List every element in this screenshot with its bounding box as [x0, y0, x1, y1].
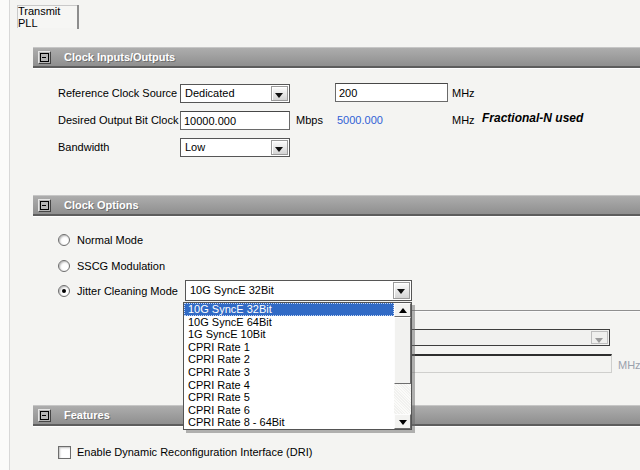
collapse-icon[interactable]: [38, 51, 51, 64]
scroll-down-icon[interactable]: [394, 414, 411, 429]
section-title: Clock Inputs/Outputs: [64, 51, 175, 63]
tab-label: Transmit PLL: [18, 5, 77, 29]
scrollbar-thumb[interactable]: [394, 317, 411, 384]
transmit-pll-panel: Transmit PLL Clock Inputs/Outputs Refere…: [0, 0, 640, 470]
dropdown-option[interactable]: CPRI Rate 5: [184, 391, 394, 404]
radio-sscg-modulation-label[interactable]: SSCG Modulation: [77, 260, 165, 273]
radio-normal-mode-label[interactable]: Normal Mode: [77, 234, 143, 247]
fractional-n-note: Fractional-N used: [482, 112, 583, 125]
dropdown-option[interactable]: 10G SyncE 64Bit: [184, 316, 394, 329]
bandwidth-select[interactable]: Low: [180, 138, 290, 157]
output-bit-clock-unit-label: Mbps: [296, 114, 323, 127]
section-header-clock-io: Clock Inputs/Outputs: [33, 47, 640, 68]
section-title: Clock Options: [64, 199, 139, 211]
panel-left-border: [9, 0, 10, 470]
output-bit-clock-input[interactable]: [180, 111, 290, 130]
disabled-frequency-unit-label: MHz: [618, 359, 640, 372]
dri-checkbox-label[interactable]: Enable Dynamic Reconfiguration Interface…: [77, 446, 312, 459]
reference-clock-unit-label: MHz: [452, 87, 475, 100]
computed-output-frequency-value: 5000.000: [337, 114, 383, 127]
dropdown-option[interactable]: CPRI Rate 2: [184, 353, 394, 366]
dropdown-option[interactable]: CPRI Rate 1: [184, 341, 394, 354]
dri-checkbox[interactable]: [58, 446, 71, 459]
scroll-up-icon[interactable]: [394, 303, 411, 317]
dropdown-option[interactable]: 10G SyncE 32Bit: [184, 303, 394, 316]
dropdown-scrollbar[interactable]: [394, 303, 411, 429]
jitter-dropdown-options: 10G SyncE 32Bit10G SyncE 64Bit1G SyncE 1…: [184, 303, 394, 429]
section-header-clock-options: Clock Options: [33, 195, 640, 216]
collapse-icon[interactable]: [38, 199, 51, 212]
radio-jitter-cleaning-mode[interactable]: [58, 285, 70, 297]
jitter-cleaning-mode-select[interactable]: 10G SyncE 32Bit: [185, 280, 412, 301]
bandwidth-label: Bandwidth: [58, 141, 109, 154]
jitter-cleaning-mode-value: 10G SyncE 32Bit: [190, 284, 274, 296]
reference-clock-source-label: Reference Clock Source: [58, 87, 177, 100]
bandwidth-value: Low: [185, 141, 205, 153]
radio-normal-mode[interactable]: [58, 234, 70, 246]
chevron-down-icon: [591, 331, 608, 344]
dropdown-option[interactable]: 1G SyncE 10Bit: [184, 328, 394, 341]
dropdown-option[interactable]: CPRI Rate 8 - 64Bit: [184, 416, 394, 429]
tab-divider: [77, 5, 79, 29]
computed-output-frequency-unit-label: MHz: [452, 114, 475, 127]
radio-sscg-modulation[interactable]: [58, 260, 70, 272]
jitter-dropdown-list: 10G SyncE 32Bit10G SyncE 64Bit1G SyncE 1…: [183, 302, 412, 430]
dropdown-option[interactable]: CPRI Rate 3: [184, 366, 394, 379]
dropdown-option[interactable]: CPRI Rate 4: [184, 379, 394, 392]
dropdown-option[interactable]: CPRI Rate 6: [184, 404, 394, 417]
reference-clock-frequency-input[interactable]: [335, 83, 448, 102]
reference-clock-source-select[interactable]: Dedicated: [180, 84, 290, 103]
collapse-icon[interactable]: [38, 409, 51, 422]
radio-jitter-cleaning-mode-label[interactable]: Jitter Cleaning Mode: [77, 285, 178, 298]
panel-left-margin: [0, 0, 9, 470]
output-bit-clock-label: Desired Output Bit Clock: [58, 114, 178, 127]
chevron-down-icon[interactable]: [271, 140, 288, 155]
tab-transmit-pll[interactable]: Transmit PLL: [17, 5, 77, 28]
chevron-down-icon[interactable]: [271, 86, 288, 101]
section-title: Features: [64, 409, 110, 421]
chevron-down-icon[interactable]: [393, 282, 410, 299]
reference-clock-source-value: Dedicated: [185, 87, 235, 99]
